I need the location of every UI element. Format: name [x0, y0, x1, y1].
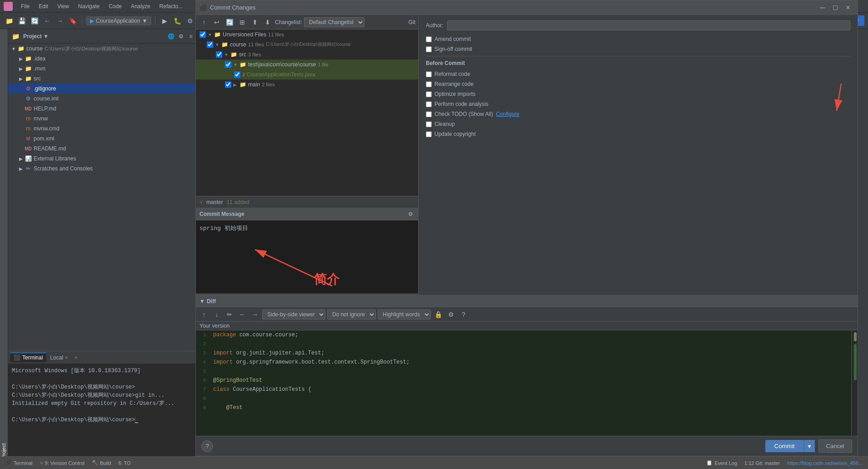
tree-item-scratches[interactable]: ▶ ✏ Scratches and Consoles — [8, 164, 199, 174]
ignore-dropdown[interactable]: Do not ignore — [327, 309, 376, 319]
cleanup-checkbox[interactable] — [426, 121, 432, 127]
diff-right-btn[interactable]: → — [249, 309, 260, 320]
sync-btn[interactable]: 🔄 — [29, 15, 40, 26]
panel-action-globe[interactable]: 🌐 — [167, 32, 175, 40]
close-local-tab[interactable]: × — [65, 354, 68, 361]
viewer-dropdown[interactable]: Side-by-side viewer — [262, 309, 325, 319]
menu-file[interactable]: File — [17, 2, 33, 10]
commit-dropdown-button[interactable]: ▼ — [804, 440, 815, 452]
new-terminal-btn[interactable]: + — [72, 353, 80, 362]
diff-undo-btn[interactable]: ↩ — [211, 17, 222, 28]
tree-item-help-md[interactable]: MD HELP.md — [8, 104, 199, 114]
tree-item-idea[interactable]: ▶ 📁 .idea — [8, 54, 199, 64]
ft-unversioned-checkbox[interactable] — [200, 31, 206, 38]
diff-lock-btn[interactable]: 🔒 — [433, 309, 444, 320]
more-btn[interactable]: ⚙ — [185, 15, 195, 26]
diff-settings-btn[interactable]: ⚙ — [445, 309, 456, 320]
open-btn[interactable]: 📁 — [4, 15, 15, 26]
diff-edit-btn[interactable]: ✏ — [224, 309, 235, 320]
project-tree: ▼ 📁 course C:\Users\罗小白\Desktop\视频网站\cou… — [8, 44, 199, 351]
commit-button[interactable]: Commit — [765, 440, 804, 452]
forward-btn[interactable]: → — [55, 15, 65, 26]
status-terminal[interactable]: ⬛ Terminal — [4, 459, 35, 467]
diff-help-btn[interactable]: ? — [458, 309, 469, 320]
side-tab-project[interactable]: 1: Project — [0, 29, 8, 469]
todo-checkbox[interactable] — [426, 111, 432, 117]
tree-item-readme[interactable]: MD README.md — [8, 144, 199, 154]
configure-link[interactable]: Configure — [496, 111, 519, 117]
diff-merge-btn[interactable]: ⊞ — [237, 17, 248, 28]
ft-course[interactable]: ▼ 📁 course 11 files C:\Users\罗小白\Desktop… — [196, 40, 418, 50]
dialog-body: ↑ ↩ 🔄 ⊞ ⬆ ⬇ Changelist: Default Changeli… — [196, 15, 858, 295]
menu-edit[interactable]: Edit — [35, 2, 52, 10]
ft-src-checkbox[interactable] — [216, 51, 222, 58]
menu-analyze[interactable]: Analyze — [127, 2, 154, 10]
dialog-close[interactable]: × — [842, 2, 854, 14]
msg-settings-btn[interactable]: ⚙ — [406, 210, 414, 218]
diff-expand-btn[interactable]: ⬆ — [249, 17, 260, 28]
status-version-control[interactable]: ⑂ 9: Version Control — [38, 459, 86, 467]
amend-checkbox[interactable] — [426, 36, 432, 42]
tree-item-course-iml[interactable]: ⚙ course.iml — [8, 94, 199, 104]
tree-item-mvnw-cmd[interactable]: m mvnw.cmd — [8, 124, 199, 134]
diff-refresh-btn[interactable]: 🔄 — [224, 17, 235, 28]
diff-scrollbar[interactable] — [851, 330, 858, 436]
status-url[interactable]: https://blog.csdn.net/weixin_456... — [785, 459, 864, 467]
tree-item-pom[interactable]: M pom.xml — [8, 134, 199, 144]
ft-src[interactable]: ▼ 📁 src 3 files — [196, 50, 418, 60]
terminal-tab-main[interactable]: ⬛ Terminal — [10, 353, 46, 362]
ft-main[interactable]: ▶ 📁 main 2 files — [196, 80, 418, 90]
tree-item-src[interactable]: ▶ 📁 src — [8, 74, 199, 84]
ft-course-checkbox[interactable] — [207, 41, 213, 48]
commit-msg-input[interactable]: spring 初始项目 — [196, 220, 418, 293]
save-btn[interactable]: 💾 — [16, 15, 27, 26]
panel-action-settings[interactable]: ⚙ — [177, 32, 185, 40]
tree-item-mvn[interactable]: ▶ 📁 .mvn — [8, 64, 199, 74]
diff-next-btn[interactable]: ↓ — [211, 309, 222, 320]
tree-item-root[interactable]: ▼ 📁 course C:\Users\罗小白\Desktop\视频网站\cou… — [8, 44, 199, 54]
diff-left-btn[interactable]: ← — [237, 309, 248, 320]
project-selector[interactable]: ▶ CourseApplication ▼ — [86, 16, 151, 25]
menu-code[interactable]: Code — [105, 2, 125, 10]
diff-collapse-btn[interactable]: ⬇ — [262, 17, 273, 28]
ft-test[interactable]: ▼ 📁 test\java\com\course\course 1 file — [196, 60, 418, 70]
signoff-checkbox[interactable] — [426, 46, 432, 52]
copyright-checkbox[interactable] — [426, 131, 432, 137]
panel-action-gear[interactable]: ≡ — [187, 32, 195, 40]
reformat-checkbox[interactable] — [426, 71, 432, 77]
menu-navigate[interactable]: Navigate — [75, 2, 103, 10]
status-build[interactable]: 🔨 Build — [90, 459, 113, 467]
diff-up-btn[interactable]: ↑ — [199, 17, 210, 28]
author-input[interactable] — [447, 20, 850, 30]
status-todo[interactable]: 6: TO — [116, 459, 132, 467]
back-btn[interactable]: ← — [42, 15, 53, 26]
signoff-row: Sign-off commit — [426, 46, 850, 52]
ft-test-checkbox[interactable] — [225, 61, 231, 68]
run-btn[interactable]: ▶ — [159, 15, 170, 26]
rearrange-checkbox[interactable] — [426, 81, 432, 87]
optimize-checkbox[interactable] — [426, 91, 432, 97]
perform-checkbox[interactable] — [426, 101, 432, 107]
bookmark-btn[interactable]: 🔖 — [67, 15, 78, 26]
tree-item-mvnw[interactable]: m mvnw — [8, 114, 199, 124]
ft-tests-checkbox[interactable] — [234, 71, 240, 78]
tree-item-ext-libs[interactable]: ▶ 📊 External Libraries — [8, 154, 199, 164]
help-button[interactable]: ? — [201, 440, 213, 452]
terminal-local-tab[interactable]: Local × — [47, 353, 71, 362]
cancel-button[interactable]: Cancel — [818, 439, 852, 453]
ft-course-app-tests[interactable]: J CourseApplicationTests.java — [196, 70, 418, 80]
tree-item-gitignore[interactable]: ⚙ .gitignore — [8, 84, 199, 94]
dialog-minimize[interactable]: ─ — [817, 2, 828, 14]
menu-refactor[interactable]: Refacto... — [156, 2, 186, 10]
menu-view[interactable]: View — [54, 2, 73, 10]
ft-unversioned[interactable]: ▼ 📁 Unversioned Files 11 files — [196, 30, 418, 40]
diff-collapse-icon[interactable]: ▼ — [200, 298, 205, 304]
status-event-log[interactable]: 📋 Event Log — [704, 459, 739, 467]
highlight-dropdown[interactable]: Highlight words — [378, 309, 431, 319]
debug-btn[interactable]: 🐛 — [172, 15, 183, 26]
ft-main-checkbox[interactable] — [225, 81, 231, 88]
dialog-maximize[interactable]: □ — [829, 2, 841, 14]
diff-line-8: 8 — [196, 394, 851, 403]
diff-prev-btn[interactable]: ↑ — [199, 309, 210, 320]
changelist-dropdown[interactable]: Default Changelist — [304, 17, 364, 27]
